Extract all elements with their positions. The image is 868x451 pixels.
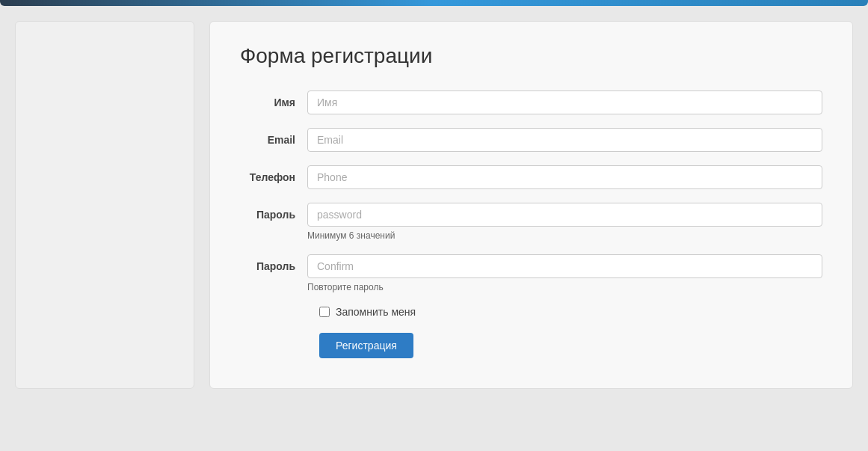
email-label: Email [240, 128, 307, 146]
email-input[interactable] [307, 128, 822, 152]
password-input[interactable] [307, 203, 822, 227]
name-input[interactable] [307, 90, 822, 114]
submit-wrap: Регистрация [319, 333, 822, 358]
password-label: Пароль [240, 203, 307, 221]
email-field-wrap [307, 128, 822, 152]
confirm-password-input[interactable] [307, 254, 822, 278]
sidebar [15, 21, 194, 389]
email-field-group: Email [240, 128, 822, 152]
confirm-password-field-wrap: Повторите пароль [307, 254, 822, 292]
password-field-group: Пароль Минимум 6 значений [240, 203, 822, 241]
password-field-wrap: Минимум 6 значений [307, 203, 822, 241]
phone-field-wrap [307, 165, 822, 189]
remember-me-label[interactable]: Запомнить меня [336, 306, 416, 318]
submit-button[interactable]: Регистрация [319, 333, 413, 358]
name-label: Имя [240, 90, 307, 108]
confirm-password-field-group: Пароль Повторите пароль [240, 254, 822, 292]
name-field-wrap [307, 90, 822, 114]
phone-label: Телефон [240, 165, 307, 183]
top-bar [0, 0, 868, 6]
confirm-password-label: Пароль [240, 254, 307, 272]
form-title: Форма регистрации [240, 44, 822, 68]
password-hint: Минимум 6 значений [307, 230, 822, 241]
phone-input[interactable] [307, 165, 822, 189]
name-field-group: Имя [240, 90, 822, 114]
remember-me-checkbox[interactable] [319, 307, 330, 317]
confirm-password-hint: Повторите пароль [307, 282, 822, 292]
phone-field-group: Телефон [240, 165, 822, 189]
form-container: Форма регистрации Имя Email Телефон [209, 21, 853, 389]
remember-me-group: Запомнить меня [319, 306, 822, 318]
